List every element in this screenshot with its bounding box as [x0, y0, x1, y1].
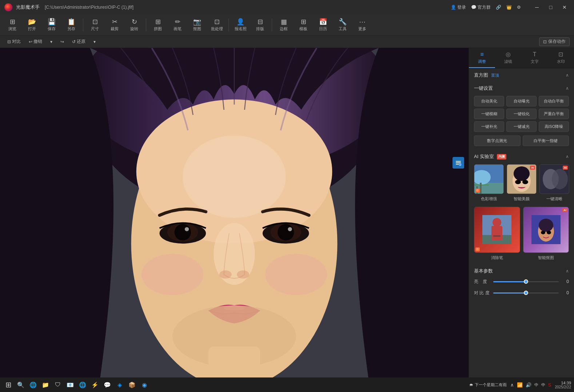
tool-size[interactable]: ⊡ 尺寸	[85, 16, 104, 34]
ai-card-eraser[interactable]: © 消除笔	[474, 207, 520, 260]
crown-icon[interactable]: 👑	[506, 5, 512, 10]
taskbar-files[interactable]: 📦	[127, 379, 137, 390]
close-button[interactable]: ✕	[559, 2, 570, 12]
btn-reduce-light[interactable]: 一键减光	[506, 121, 537, 132]
tab-filter[interactable]: ◎ 滤镜	[495, 48, 521, 68]
ai-card-sharpen[interactable]: Ai 一键清晰	[539, 164, 569, 202]
tool-idphoto[interactable]: 👤 报名照	[231, 16, 250, 34]
tool-crop[interactable]: ✂ 裁剪	[105, 16, 124, 34]
tool-batch[interactable]: ⊡ 批处理	[207, 16, 226, 34]
btn-auto-exposure[interactable]: 自动曝光	[506, 96, 537, 106]
minimize-button[interactable]: ─	[532, 2, 542, 12]
tab-adjust[interactable]: ≡ 调整	[469, 48, 495, 68]
taskbar-current-app[interactable]: ◉	[139, 379, 150, 390]
tray-sound[interactable]: 🔊	[525, 381, 532, 388]
tab-watermark[interactable]: ⊡ 水印	[548, 48, 574, 68]
ai-lab-section-header[interactable]: AI 实验室 内测 ∧	[469, 150, 574, 163]
contrast-slider[interactable]	[493, 292, 559, 294]
official-group-btn[interactable]: 💬 官方群	[471, 4, 491, 11]
svg-point-16	[278, 224, 294, 241]
tool-more[interactable]: ⋯ 更多	[353, 16, 372, 34]
btn-heavy-wb[interactable]: 严重白平衡	[539, 109, 569, 119]
tab-text[interactable]: T 文字	[522, 48, 548, 68]
svg-point-32	[514, 166, 530, 181]
btn-denoise[interactable]: 高ISO降噪	[539, 121, 569, 132]
taskbar-browser-edge[interactable]: 🌐	[28, 379, 39, 390]
params-section-header[interactable]: 基本参数 ∧	[469, 264, 574, 277]
tray-ime[interactable]: 中	[534, 381, 539, 388]
more-icon: ⋯	[359, 19, 366, 25]
tool-calendar[interactable]: 📅 日历	[314, 16, 332, 34]
btn-fill-light[interactable]: 一键补光	[474, 121, 504, 132]
ai-card-thumb-beauty: Ai	[507, 164, 537, 194]
app-title: 光影魔术手	[16, 4, 40, 11]
tool-saveas[interactable]: 📋 另存	[62, 16, 81, 34]
taskbar-app2[interactable]: ◈	[114, 379, 125, 390]
histogram-reset[interactable]: 置顶	[491, 73, 499, 78]
brightness-slider[interactable]	[493, 281, 559, 282]
btn-auto-wb[interactable]: 自动白平衡	[539, 96, 569, 106]
tool-layout[interactable]: ⊟ 排版	[251, 16, 270, 34]
tool-rotate[interactable]: ↻ 旋转	[125, 16, 144, 34]
restore-button[interactable]: ↺ 还原	[69, 37, 88, 46]
histogram-section-header[interactable]: 直方图 置顶 ∧	[469, 68, 574, 81]
tool-tools[interactable]: 🔧 工具	[333, 16, 352, 34]
contrast-thumb[interactable]	[524, 291, 528, 295]
tool-pen[interactable]: ✏ 画笔	[168, 16, 187, 34]
maximize-button[interactable]: □	[546, 2, 556, 12]
share-icon[interactable]: 🔗	[496, 5, 501, 10]
btn-spot-meter[interactable]: 数字点测光	[474, 136, 521, 146]
tool-cutout[interactable]: 📷 抠图	[188, 16, 207, 34]
canvas-area[interactable]	[0, 48, 469, 377]
taskbar-search[interactable]: 🔍	[15, 379, 26, 390]
taskbar-browser2[interactable]: 🌐	[77, 379, 88, 390]
taskbar-app1[interactable]: ⚡	[89, 379, 100, 390]
ai-card-beauty[interactable]: Ai 智能美颜	[507, 164, 537, 202]
float-btn-icon: ✦	[455, 159, 462, 166]
restore-dropdown[interactable]: ▾	[91, 37, 99, 46]
redo-button[interactable]: ↪	[57, 37, 67, 46]
tool-template[interactable]: ⊞ 模板	[294, 16, 313, 34]
tray-input[interactable]: 中	[541, 381, 546, 388]
svg-point-19	[237, 270, 249, 279]
taskbar-shield[interactable]: 🛡	[52, 379, 63, 390]
btn-auto-beautify[interactable]: 自动美化	[474, 96, 504, 106]
settings-icon[interactable]: ⚙	[517, 5, 521, 10]
taskbar-start[interactable]: ⊞	[3, 379, 14, 390]
toolbar-divider-4	[272, 19, 272, 32]
btn-wb-one-finger[interactable]: 白平衡一指键	[523, 136, 569, 146]
ai-lab-collapse-icon: ∧	[566, 154, 569, 159]
tool-save[interactable]: 💾 保存	[42, 16, 61, 34]
save-action-button[interactable]: ⊡ 保存动作	[539, 37, 570, 46]
taskbar-time-display[interactable]: 14:39 2025/2/22	[555, 381, 571, 389]
text-tab-icon: T	[533, 51, 537, 58]
ai-card-thumb-eraser: ©	[474, 207, 520, 253]
toolbar: ⊞ 浏览 📂 打开 💾 保存 📋 另存 ⊡ 尺寸 ✂ 裁剪 ↻ 旋转 ⊞ 拼图 …	[0, 15, 574, 36]
tray-network[interactable]: 📶	[516, 381, 523, 388]
tool-collage[interactable]: ⊞ 拼图	[148, 16, 167, 34]
taskbar-wechat[interactable]: 💬	[102, 379, 113, 390]
undo-dropdown[interactable]: ▾	[47, 37, 55, 46]
btn-one-sharpen[interactable]: 一键锐化	[506, 109, 537, 119]
compare-button[interactable]: ⊟ 对比	[4, 37, 24, 46]
tool-browse[interactable]: ⊞ 浏览	[3, 16, 22, 34]
svg-point-9	[265, 254, 327, 295]
tool-open[interactable]: 📂 打开	[23, 16, 41, 34]
taskbar-mail[interactable]: 📧	[65, 379, 76, 390]
svg-rect-29	[480, 183, 482, 194]
btn-one-blur[interactable]: 一键模糊	[474, 109, 504, 119]
brightness-thumb[interactable]	[524, 279, 528, 284]
ai-card-portrait[interactable]: Ai 智能抠图	[523, 207, 569, 260]
oneclick-section-header[interactable]: 一键设置 ∧	[469, 81, 574, 94]
undo-button[interactable]: ↩ 撤销	[26, 37, 45, 46]
taskbar-right: 🌧 下一个星期二有雨 ∧ 📶 🔊 中 中 S 14:39 2025/2/22	[469, 381, 571, 389]
ai-card-color-enhance[interactable]: © 色彩增强	[474, 164, 504, 202]
login-btn[interactable]: 👤 登录	[451, 4, 466, 11]
taskbar-explorer[interactable]: 📁	[40, 379, 51, 390]
undo-icon: ↩	[29, 39, 32, 44]
ai-card-thumb-portrait: Ai	[523, 207, 569, 253]
tray-app[interactable]: S	[547, 381, 552, 388]
tool-border[interactable]: ▦ 边框	[274, 16, 293, 34]
tray-chevron[interactable]: ∧	[510, 381, 515, 388]
floating-action-button[interactable]: ✦	[453, 157, 464, 169]
